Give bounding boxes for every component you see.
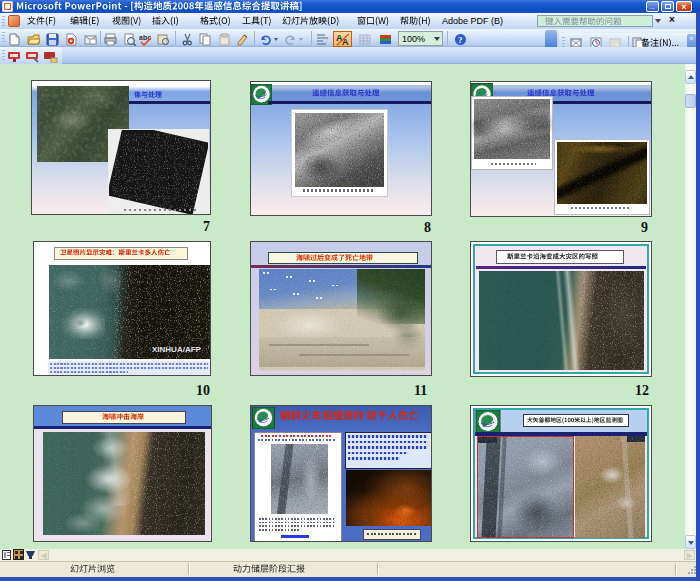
svg-text:A: A [342,37,349,46]
svg-text:?: ? [458,35,463,45]
